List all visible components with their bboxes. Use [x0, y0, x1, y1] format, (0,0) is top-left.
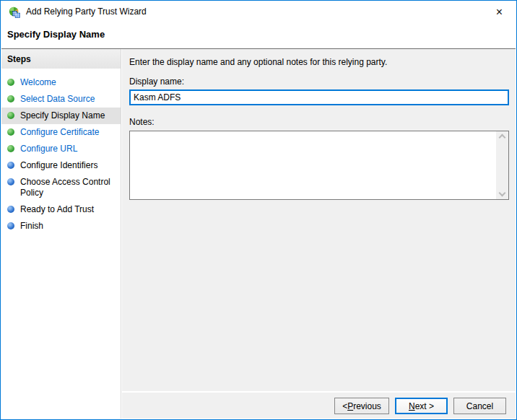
sidebar-item-finish: Finish [1, 218, 121, 235]
sidebar-item-configure-certificate[interactable]: Configure Certificate [1, 124, 121, 141]
sidebar-item-select-data-source[interactable]: Select Data Source [1, 91, 121, 108]
previous-button[interactable]: < Previous [334, 398, 389, 414]
step-upcoming-bullet-icon [7, 178, 14, 185]
window-title: Add Relying Party Trust Wizard [26, 1, 147, 23]
close-icon[interactable]: × [483, 1, 516, 23]
step-upcoming-bullet-icon [7, 206, 14, 213]
steps-list: Welcome Select Data Source Specify Displ… [1, 74, 121, 235]
step-done-bullet-icon [7, 79, 14, 86]
step-upcoming-bullet-icon [7, 162, 14, 169]
sidebar-item-welcome[interactable]: Welcome [1, 74, 121, 91]
footer-separator [122, 391, 516, 393]
next-button[interactable]: Next > [395, 398, 448, 414]
step-done-bullet-icon [7, 112, 14, 119]
chevron-up-icon[interactable] [499, 134, 506, 141]
page-header: Specify Display Name [1, 23, 516, 48]
main-pane: Enter the display name and any optional … [122, 49, 516, 419]
display-name-label: Display name: [129, 76, 509, 87]
step-upcoming-bullet-icon [7, 222, 14, 229]
steps-sidebar: Steps Welcome Select Data Source Specify… [1, 49, 121, 419]
notes-scrollbar[interactable] [496, 131, 508, 199]
step-done-bullet-icon [7, 95, 14, 102]
wizard-dialog: Add Relying Party Trust Wizard × Specify… [0, 0, 517, 420]
sidebar-item-configure-identifiers: Configure Identifiers [1, 157, 121, 174]
sidebar-item-ready-to-add-trust: Ready to Add Trust [1, 201, 121, 218]
steps-heading: Steps [1, 49, 121, 69]
title-bar: Add Relying Party Trust Wizard × [1, 1, 516, 23]
sidebar-item-configure-url[interactable]: Configure URL [1, 141, 121, 157]
notes-label: Notes: [129, 117, 509, 127]
step-done-bullet-icon [7, 145, 14, 152]
sidebar-item-specify-display-name: Specify Display Name [1, 108, 121, 124]
cancel-button[interactable]: Cancel [453, 398, 506, 414]
sidebar-item-choose-access-control-policy: Choose Access Control Policy [1, 174, 121, 201]
step-done-bullet-icon [7, 128, 14, 136]
instruction-text: Enter the display name and any optional … [129, 57, 509, 67]
page-title: Specify Display Name [7, 29, 105, 40]
chevron-down-icon[interactable] [499, 190, 506, 197]
display-name-input[interactable] [129, 89, 509, 105]
adfs-app-icon [9, 6, 20, 18]
notes-field-frame [129, 131, 509, 200]
notes-textarea[interactable] [130, 131, 496, 199]
